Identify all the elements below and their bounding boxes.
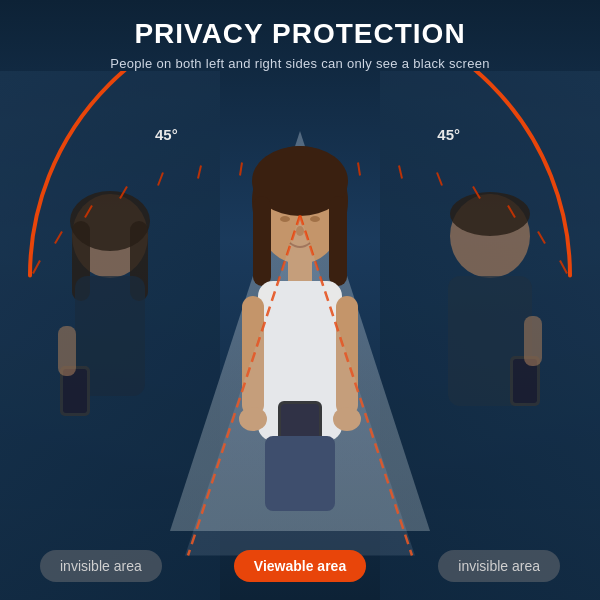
svg-rect-22 [288,259,312,284]
badges-row: invisible area Viewable area invisible a… [0,550,600,582]
svg-rect-13 [524,316,542,366]
svg-point-21 [296,226,304,236]
svg-point-20 [310,216,320,222]
svg-point-29 [333,407,361,431]
angle-left-label: 45° [155,126,178,143]
viewable-area-badge: Viewable area [234,550,366,582]
page-subtitle: People on both left and right sides can … [90,56,510,71]
right-person-svg [410,176,570,496]
svg-point-19 [280,216,290,222]
invisible-area-left-badge: invisible area [40,550,162,582]
page-title: PRIVACY PROTECTION [134,18,465,50]
svg-point-28 [239,407,267,431]
main-container: PRIVACY PROTECTION People on both left a… [0,0,600,600]
center-person-svg [220,141,380,521]
svg-rect-18 [329,196,347,286]
scene-area: 45° 45° invisible area Viewable area inv… [0,71,600,600]
svg-rect-27 [336,296,358,416]
angle-right-label: 45° [437,126,460,143]
svg-rect-7 [58,326,76,376]
invisible-area-right-badge: invisible area [438,550,560,582]
svg-point-9 [450,192,530,236]
svg-rect-17 [253,196,271,286]
svg-rect-30 [265,436,335,511]
center-person [220,151,380,511]
left-person-svg [30,176,190,496]
svg-rect-26 [242,296,264,416]
